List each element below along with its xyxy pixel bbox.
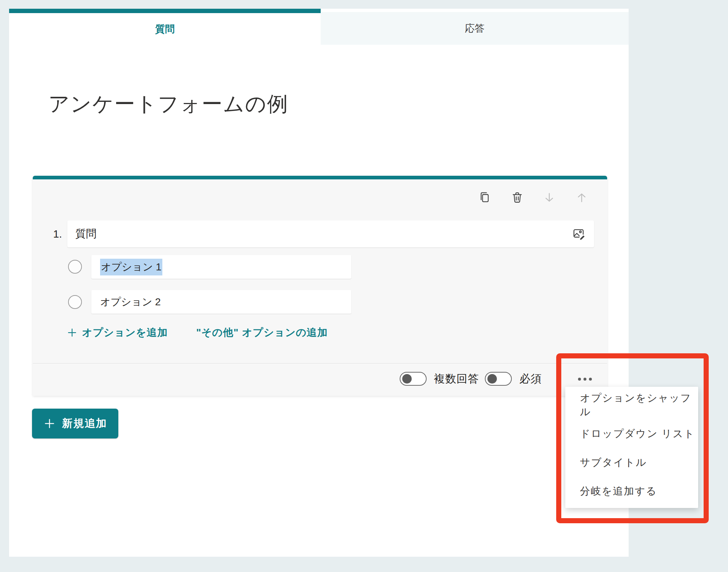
question-text-input[interactable]: 質問	[67, 221, 594, 247]
required-toggle[interactable]	[485, 372, 512, 386]
move-question-down-button[interactable]	[543, 191, 556, 204]
form-title[interactable]: アンケートフォームの例	[48, 90, 289, 118]
arrow-up-icon	[575, 191, 588, 204]
tab-responses-label: 応答	[465, 22, 484, 35]
add-other-option-button[interactable]: "その他" オプションの追加	[196, 326, 328, 339]
insert-media-button[interactable]	[572, 227, 586, 241]
more-options-button[interactable]	[577, 374, 593, 384]
tab-responses[interactable]: 応答	[321, 12, 629, 45]
more-options-icon	[589, 378, 592, 381]
question-toolbar	[478, 191, 588, 204]
question-number: 1.	[53, 226, 62, 242]
menu-item-subtitle[interactable]: サブタイトル	[565, 448, 698, 477]
question-text: 質問	[75, 227, 96, 241]
arrow-down-icon	[543, 191, 555, 204]
question-context-menu: オプションをシャッフル ドロップダウン リスト サブタイトル 分岐を追加する	[565, 387, 698, 508]
option-1-radio[interactable]	[68, 260, 82, 274]
add-other-option-label: "その他" オプションの追加	[196, 326, 328, 339]
tab-questions[interactable]: 質問	[9, 13, 321, 45]
forms-editor-page: 質問 応答 アンケートフォームの例	[0, 0, 728, 572]
card-footer-divider	[33, 363, 607, 364]
delete-question-button[interactable]	[511, 191, 524, 204]
plus-icon	[67, 327, 78, 338]
toggle-knob	[487, 374, 497, 384]
active-tab-indicator	[9, 9, 321, 13]
question-card: 1. 質問 オプション 1 オプション 2	[33, 176, 607, 396]
copy-icon	[479, 191, 491, 204]
add-option-label: オプションを追加	[82, 326, 168, 339]
plus-icon	[43, 417, 56, 430]
menu-item-add-branching[interactable]: 分岐を追加する	[565, 477, 698, 505]
toggle-knob	[402, 374, 412, 384]
option-2-text: オプション 2	[100, 295, 161, 309]
more-options-icon	[578, 378, 581, 381]
image-edit-icon	[572, 227, 586, 241]
multiple-answers-toggle[interactable]	[400, 372, 427, 386]
option-2-radio[interactable]	[68, 295, 82, 309]
add-new-button[interactable]: 新規追加	[32, 409, 118, 438]
move-question-up-button[interactable]	[575, 191, 588, 204]
add-option-button[interactable]: オプションを追加	[67, 326, 168, 339]
tab-questions-label: 質問	[155, 23, 175, 36]
more-options-icon	[583, 378, 586, 381]
add-new-label: 新規追加	[62, 416, 107, 431]
option-actions-row: オプションを追加 "その他" オプションの追加	[67, 326, 328, 339]
menu-item-dropdown-list[interactable]: ドロップダウン リスト	[565, 419, 698, 448]
option-1-input[interactable]: オプション 1	[91, 255, 351, 279]
required-label: 必須	[519, 372, 542, 386]
menu-item-shuffle-options[interactable]: オプションをシャッフル	[565, 390, 698, 419]
option-1-text: オプション 1	[100, 259, 162, 275]
trash-icon	[511, 191, 523, 204]
option-2-input[interactable]: オプション 2	[91, 290, 351, 314]
multiple-answers-label: 複数回答	[434, 372, 479, 386]
copy-question-button[interactable]	[478, 191, 491, 204]
